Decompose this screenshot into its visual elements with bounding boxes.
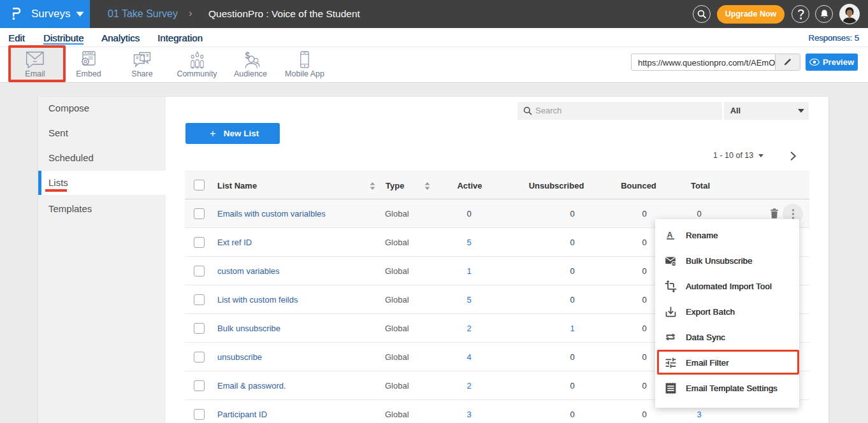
svg-text:$: $ — [245, 51, 250, 61]
svg-text:A: A — [667, 231, 673, 240]
